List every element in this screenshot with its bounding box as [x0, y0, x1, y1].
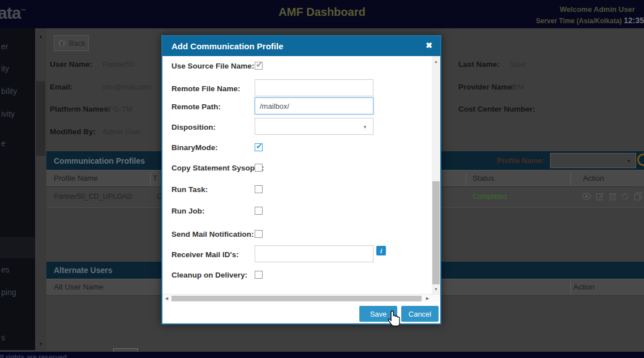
field-label: Run Job:: [171, 207, 205, 215]
scrollbar-thumb[interactable]: [432, 181, 440, 284]
cost-center-label: Cost Center Number:: [458, 105, 535, 113]
binary-mode-checkbox[interactable]: [255, 143, 263, 151]
approve-icon[interactable]: [621, 192, 629, 201]
close-icon[interactable]: ✖: [426, 41, 432, 50]
platform-names-label: Platform Names:: [50, 105, 110, 113]
back-button[interactable]: ❮ Back: [54, 35, 89, 51]
col-action: Action: [583, 174, 604, 182]
chevron-down-icon: ▼: [363, 125, 367, 130]
sidebar-item-1[interactable]: er: [1, 42, 8, 51]
alternate-users-title: Alternate Users: [54, 266, 113, 275]
cancel-button[interactable]: Cancel: [401, 306, 439, 322]
back-button-label: Back: [69, 39, 85, 48]
run-job-checkbox[interactable]: [255, 207, 263, 215]
col-status: Status: [473, 174, 494, 182]
field-label: Copy Statement Sysopts:: [171, 164, 264, 172]
search-icon[interactable]: [637, 154, 644, 166]
welcome-user-text: Welcome Admin User: [560, 5, 635, 14]
scroll-down-icon[interactable]: ▼: [35, 339, 46, 349]
add-communication-profile-dialog: Add Communication Profile ✖ Use Source F…: [161, 35, 441, 325]
col-alt-user-name: Alt User Name: [54, 283, 104, 291]
mouse-cursor: [387, 310, 402, 330]
field-label: Send Mail Notification:: [171, 230, 254, 238]
profile-name-filter-select[interactable]: ▼: [550, 153, 636, 168]
sidebar-item-8[interactable]: s: [1, 333, 5, 342]
footer-text: ll rights are reserved: [0, 353, 67, 358]
column-divider: [570, 172, 571, 186]
copy-icon[interactable]: [634, 192, 642, 201]
provider-name-label: Provider Name:: [458, 83, 515, 91]
disposition-select[interactable]: ▼: [255, 118, 373, 135]
run-task-checkbox[interactable]: [255, 185, 263, 193]
receiver-mail-ids-input[interactable]: [255, 245, 373, 262]
field-label: Disposition:: [171, 123, 216, 131]
provider-name-value: IBM: [511, 83, 524, 91]
user-name-label: User Name:: [50, 60, 92, 69]
sidebar-item-6[interactable]: es: [1, 265, 10, 274]
modified-by-value: Admin User: [102, 127, 141, 136]
dialog-titlebar: Add Communication Profile ✖: [162, 36, 440, 56]
dialog-horizontal-scrollbar[interactable]: ◀ ▶: [162, 294, 440, 302]
server-time-text: Server Time (Asia/Kolkata) 12:35: [536, 16, 644, 25]
dialog-title: Add Communication Profile: [171, 41, 284, 51]
sidebar-nav: er ity bility ivity e es ping s: [0, 28, 35, 350]
communication-profiles-title: Communication Profiles: [54, 156, 145, 165]
field-label: Use Source File Name:: [171, 62, 254, 70]
cleanup-on-delivery-checkbox[interactable]: [255, 271, 263, 279]
sidebar-item-2[interactable]: ity: [1, 64, 9, 73]
status-badge: Completed: [473, 193, 506, 201]
column-divider: [466, 172, 466, 186]
delete-icon[interactable]: [609, 192, 616, 201]
page-scrollbar[interactable]: ▲ ▼: [35, 28, 46, 350]
profile-name-filter-label: Profile Name:: [497, 156, 544, 165]
edit-icon[interactable]: [596, 192, 604, 201]
cell-profile-name: Partner50_CD_UPLOAD: [54, 193, 132, 201]
chevron-down-icon: ▼: [626, 159, 631, 164]
field-label: Cleanup on Delivery:: [171, 271, 247, 279]
field-label: Remote Path:: [171, 103, 221, 111]
col-profile-name: Profile Name: [54, 174, 98, 182]
back-icon: ❮: [58, 40, 66, 47]
column-divider: [570, 281, 571, 295]
send-mail-notification-checkbox[interactable]: [255, 230, 263, 238]
last-name-value: User: [511, 60, 526, 69]
page-footer: ll rights are reserved: [0, 352, 644, 358]
row-actions: [582, 192, 642, 201]
sidebar-item-7[interactable]: ping: [1, 288, 16, 297]
field-label: BinaryMode:: [171, 143, 218, 152]
scroll-down-icon[interactable]: ▼: [432, 285, 440, 293]
sidebar-item-4[interactable]: ivity: [1, 109, 15, 118]
field-label: Remote File Name:: [171, 84, 241, 93]
scroll-up-icon[interactable]: ▲: [35, 31, 46, 41]
scroll-right-icon[interactable]: ▶: [423, 295, 432, 302]
dialog-vertical-scrollbar[interactable]: ▲ ▼: [432, 56, 440, 294]
scroll-up-icon[interactable]: ▲: [432, 57, 440, 65]
info-icon[interactable]: i: [376, 246, 386, 255]
scrollbar-thumb[interactable]: [171, 296, 422, 301]
scrollbar-thumb[interactable]: [36, 81, 45, 156]
sidebar-divider: [0, 237, 35, 258]
last-name-label: Last Name:: [458, 60, 500, 69]
server-time-value: 12:35: [624, 16, 644, 25]
col-alt-action: Action: [573, 283, 595, 291]
use-source-file-name-checkbox[interactable]: [255, 62, 263, 70]
remote-file-name-input[interactable]: [255, 79, 373, 96]
field-label: Receiver Mail ID's:: [171, 250, 239, 259]
top-header-bar: ata™ AMF Dashboard Welcome Admin User Se…: [0, 0, 644, 28]
platform-names-value: SFG-TM: [104, 105, 132, 113]
column-divider: [150, 172, 151, 186]
scroll-left-icon[interactable]: ◀: [162, 295, 171, 302]
user-name-value: Partner50: [102, 60, 135, 69]
sidebar-item-5[interactable]: e: [1, 139, 6, 148]
sidebar-item-3[interactable]: bility: [1, 87, 17, 96]
view-icon[interactable]: [582, 193, 591, 200]
field-label: Run Task:: [171, 185, 208, 194]
email-value: info@mail.com: [102, 83, 151, 91]
remote-path-input[interactable]: [255, 97, 373, 114]
modified-by-label: Modified By:: [50, 127, 96, 136]
col-type: T: [153, 174, 157, 182]
copy-statement-sysopts-checkbox[interactable]: [255, 164, 263, 172]
email-label: Email:: [50, 83, 73, 91]
